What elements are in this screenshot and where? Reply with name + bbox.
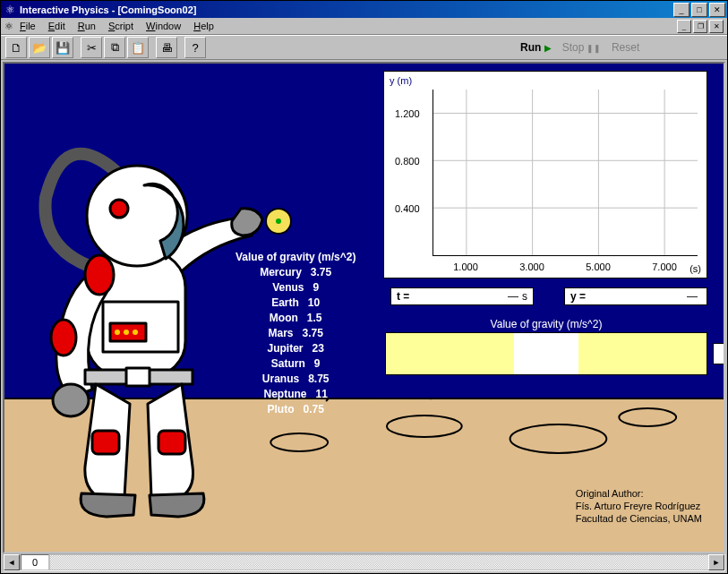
chart-x-label: (s)	[689, 263, 701, 274]
menu-script[interactable]: Script	[102, 20, 140, 32]
reset-button[interactable]: Reset	[612, 41, 639, 54]
gravity-row: Mars 3.75	[236, 326, 355, 341]
scroll-track[interactable]	[50, 555, 708, 570]
chart-y-label: y (m)	[390, 75, 412, 86]
help-icon[interactable]: ?	[184, 37, 206, 58]
menu-run[interactable]: Run	[72, 20, 102, 32]
svg-point-9	[110, 200, 128, 218]
scroll-left-icon[interactable]: ◄	[4, 554, 20, 570]
readouts: t = — s y = —	[390, 287, 707, 305]
app-window: ⚛ Interactive Physics - [ComingSoon02] _…	[0, 0, 728, 574]
copy-icon[interactable]: ⧉	[104, 37, 125, 58]
svg-point-0	[387, 416, 462, 437]
maximize-button[interactable]: □	[691, 3, 707, 17]
gravity-slider-track[interactable]	[385, 332, 707, 375]
mdi-close-button[interactable]: ✕	[709, 20, 724, 33]
astronaut-illustration	[10, 135, 270, 520]
frame-counter: 0	[21, 554, 49, 570]
svg-point-20	[276, 218, 281, 224]
open-icon[interactable]: 📂	[29, 37, 50, 58]
svg-point-6	[85, 255, 114, 295]
gravity-row: Saturn 9	[236, 356, 355, 372]
gravity-row: Uranus 8.75	[236, 372, 355, 387]
close-button[interactable]: ✕	[709, 3, 725, 17]
menu-help[interactable]: Help	[187, 20, 220, 32]
svg-point-7	[51, 320, 76, 356]
gravity-row: Jupiter 23	[236, 341, 355, 356]
gravity-row: Venus 9	[236, 280, 355, 296]
new-icon[interactable]: 🗋	[5, 37, 27, 58]
simulation-canvas: Value of gravity (m/s^2) Mercury 3.75Ven…	[3, 62, 725, 553]
svg-rect-18	[158, 431, 185, 454]
paste-icon[interactable]: 📋	[127, 37, 149, 58]
mdi-restore-button[interactable]: ❐	[693, 20, 707, 33]
gravity-row: Earth 10	[236, 296, 355, 311]
titlebar: ⚛ Interactive Physics - [ComingSoon02] _…	[1, 1, 727, 18]
ball-object[interactable]	[264, 207, 293, 236]
save-icon[interactable]: 💾	[52, 37, 73, 58]
gravity-table: Value of gravity (m/s^2) Mercury 3.75Ven…	[236, 250, 355, 417]
menubar: ⚛ File Edit Run Script Window Help _ ❐ ✕	[1, 18, 727, 35]
stop-button[interactable]: Stop ❚❚	[562, 41, 601, 54]
gravity-row: Moon 1.5	[236, 311, 355, 326]
mdi-icon: ⚛	[4, 21, 13, 32]
credits: Original Author: Fís. Arturo Freyre Rodr…	[576, 487, 702, 525]
scroll-right-icon[interactable]: ►	[708, 554, 724, 570]
svg-point-12	[115, 330, 120, 335]
cut-icon[interactable]: ✂	[81, 37, 102, 58]
svg-point-1	[510, 424, 607, 453]
menu-window[interactable]: Window	[140, 20, 187, 32]
svg-point-2	[619, 408, 676, 426]
menu-file[interactable]: File	[13, 20, 42, 32]
svg-rect-16	[126, 368, 150, 386]
gravity-slider[interactable]: Value of gravity (m/s^2) 13.75	[385, 318, 707, 375]
toolbar: 🗋 📂 💾 ✂ ⧉ 📋 🖶 ? Run ▶ Stop ❚❚ Reset	[1, 35, 727, 60]
run-button[interactable]: Run ▶	[520, 41, 552, 54]
gravity-row: Neptune 11	[236, 387, 355, 402]
svg-point-3	[270, 433, 328, 451]
gravity-row: Mercury 3.75	[236, 265, 355, 280]
horizontal-scrollbar[interactable]: ◄ 0 ►	[3, 553, 725, 571]
svg-rect-17	[92, 431, 119, 454]
y-readout: y = —	[564, 287, 707, 305]
print-icon[interactable]: 🖶	[156, 37, 177, 58]
mdi-minimize-button[interactable]: _	[677, 20, 691, 33]
app-icon: ⚛	[3, 3, 17, 17]
gravity-table-header: Value of gravity (m/s^2)	[236, 250, 355, 265]
gravity-slider-caption: Value of gravity (m/s^2)	[385, 318, 707, 330]
window-title: Interactive Physics - [ComingSoon02]	[20, 4, 196, 15]
gravity-slider-value: 13.75	[713, 343, 725, 364]
menu-edit[interactable]: Edit	[42, 20, 72, 32]
chart-plot-area	[433, 90, 698, 256]
svg-point-13	[124, 330, 129, 335]
minimize-button[interactable]: _	[673, 3, 689, 17]
chart: y (m) (s) 0.4000.8001.200 1.0003.0005.00…	[383, 71, 707, 278]
svg-point-5	[53, 384, 89, 416]
svg-point-14	[133, 330, 138, 335]
sim-controls: Run ▶ Stop ❚❚ Reset	[520, 41, 639, 54]
time-readout: t = — s	[390, 287, 534, 305]
gravity-row: Pluto 0.75	[236, 402, 355, 417]
